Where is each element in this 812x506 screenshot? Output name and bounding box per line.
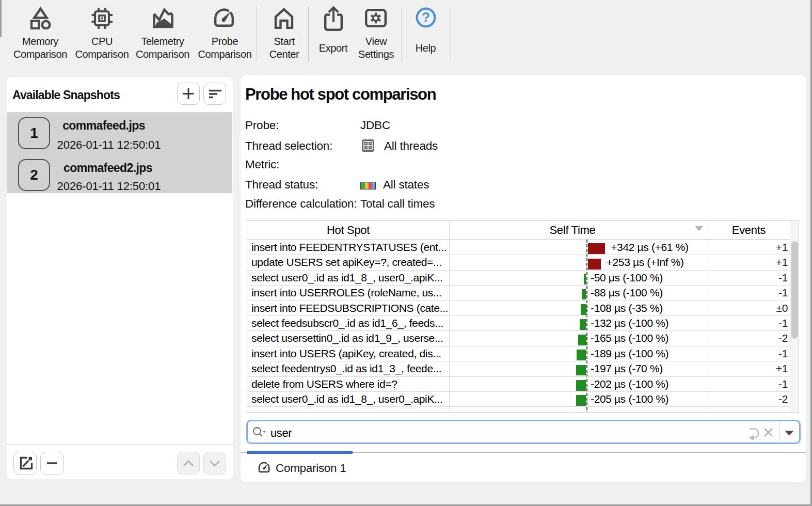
svg-text:?: ? bbox=[422, 10, 431, 25]
